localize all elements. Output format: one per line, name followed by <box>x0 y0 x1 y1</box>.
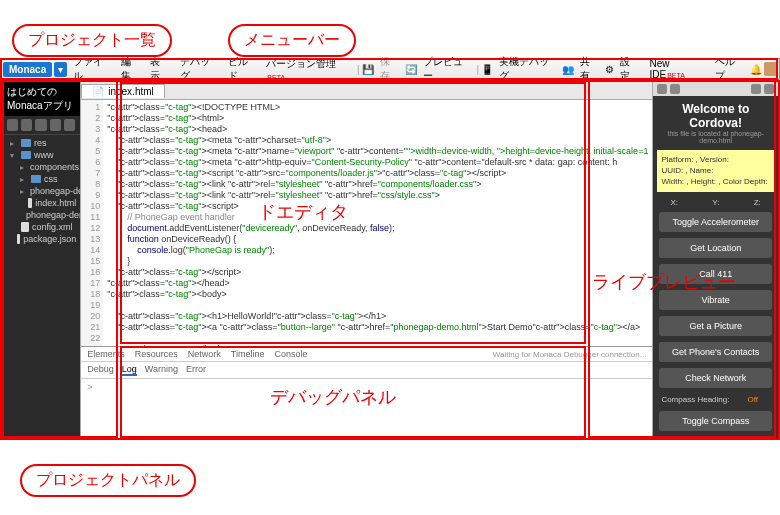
save-icon[interactable]: 💾 <box>362 64 374 75</box>
brand-dropdown[interactable]: ▾ <box>54 62 67 77</box>
preview-header: Welcome to Cordova! this file is located… <box>653 96 778 146</box>
preview-tool-icon[interactable] <box>764 84 774 94</box>
share-icon[interactable]: 👥 <box>562 64 574 75</box>
device-icon[interactable]: 📱 <box>481 64 493 75</box>
callout-debug-panel: デバッグパネル <box>270 385 396 409</box>
preview-icon[interactable]: 🔄 <box>405 64 417 75</box>
preview-title: Welcome to Cordova! <box>657 102 774 130</box>
callout-project-list: プロジェクト一覧 <box>12 24 172 57</box>
btn-toggle-accelerometer[interactable]: Toggle Accelerometer <box>659 212 772 232</box>
tree-folder-css[interactable]: ▸css <box>2 173 80 185</box>
callout-live-preview: ライブプレビュー <box>592 270 736 294</box>
project-panel: はじめてのMonacaアプリ ▸res ▾www ▸components ▸cs… <box>2 82 80 438</box>
callout-project-panel: プロジェクトパネル <box>20 464 196 497</box>
btn-check-network[interactable]: Check Network <box>659 368 772 388</box>
project-title: はじめてのMonacaアプリ <box>2 82 80 116</box>
code-body[interactable]: "c-attr">class="c-tag"><!DOCTYPE HTML>"c… <box>103 100 652 346</box>
tool-icon[interactable] <box>50 119 61 131</box>
brand-logo[interactable]: Monaca <box>3 62 52 77</box>
tree-folder-phonegap-demo[interactable]: ▸phonegap-demo <box>2 185 80 197</box>
live-preview-panel: Welcome to Cordova! this file is located… <box>653 82 778 438</box>
menubar: Monaca ▾ ファイル 編集 表示 デバッグ ビルド バージョン管理 | 💾… <box>0 58 780 80</box>
file-icon: 📄 <box>92 86 104 97</box>
tree-file-config[interactable]: config.xml <box>2 221 80 233</box>
btn-get-contacts[interactable]: Get Phone's Contacts <box>659 342 772 362</box>
btn-toggle-compass[interactable]: Toggle Compass <box>659 411 772 431</box>
callout-menubar: メニューバー <box>228 24 356 57</box>
debug-tab-elements[interactable]: Elements <box>87 349 125 359</box>
xyz-readout: X:Y:Z: <box>653 196 778 209</box>
preview-subtitle: this file is located at phonegap-demo.ht… <box>657 130 774 144</box>
code-editor[interactable]: 1234567891011121314151617181920212223 "c… <box>81 100 652 346</box>
tree-folder-www[interactable]: ▾www <box>2 149 80 161</box>
tree-folder-components[interactable]: ▸components <box>2 161 80 173</box>
preview-tool-icon[interactable] <box>670 84 680 94</box>
tree-file-package[interactable]: package.json <box>2 233 80 245</box>
debug-tab-network[interactable]: Network <box>188 349 221 359</box>
preview-tool-icon[interactable] <box>657 84 667 94</box>
tree-file-phonegap-demo[interactable]: phonegap-demo.html <box>2 209 80 221</box>
tool-icon[interactable] <box>64 119 75 131</box>
tool-icon[interactable] <box>35 119 46 131</box>
debug-tab-console[interactable]: Console <box>274 349 307 359</box>
editor-tab-bar: 📄 index.html <box>81 82 652 100</box>
debug-tab-debug[interactable]: Debug <box>87 364 114 376</box>
device-info-box: Platform: , Version: UUID: , Name: Width… <box>657 150 774 192</box>
debug-tab-log[interactable]: Log <box>122 364 137 376</box>
settings-icon[interactable]: ⚙ <box>605 64 614 75</box>
preview-toolbar <box>653 82 778 96</box>
debug-tabs-secondary: Debug Log Warning Error <box>81 362 652 379</box>
tool-icon[interactable] <box>21 119 32 131</box>
debug-status: Waiting for Monaca Debugger connection..… <box>493 350 647 359</box>
compass-heading: Compass Heading:Off <box>653 391 778 408</box>
debug-tab-error[interactable]: Error <box>186 364 206 376</box>
debug-tab-timeline[interactable]: Timeline <box>231 349 265 359</box>
tool-icon[interactable] <box>7 119 18 131</box>
callout-editor: ドエディタ <box>258 200 348 224</box>
btn-get-picture[interactable]: Get a Picture <box>659 316 772 336</box>
editor-tab[interactable]: 📄 index.html <box>81 84 165 98</box>
tree-folder-res[interactable]: ▸res <box>2 137 80 149</box>
notification-icon[interactable]: 🔔 <box>750 64 762 75</box>
debug-tab-resources[interactable]: Resources <box>135 349 178 359</box>
file-tree: ▸res ▾www ▸components ▸css ▸phonegap-dem… <box>2 135 80 247</box>
btn-get-location[interactable]: Get Location <box>659 238 772 258</box>
sidebar-toolbar <box>2 116 80 135</box>
debug-tab-warning[interactable]: Warning <box>145 364 178 376</box>
preview-tool-icon[interactable] <box>751 84 761 94</box>
line-gutter: 1234567891011121314151617181920212223 <box>81 100 103 346</box>
menu-new-ide[interactable]: New IDE <box>645 56 709 82</box>
tree-file-index[interactable]: index.html <box>2 197 80 209</box>
avatar-icon[interactable] <box>764 62 777 76</box>
